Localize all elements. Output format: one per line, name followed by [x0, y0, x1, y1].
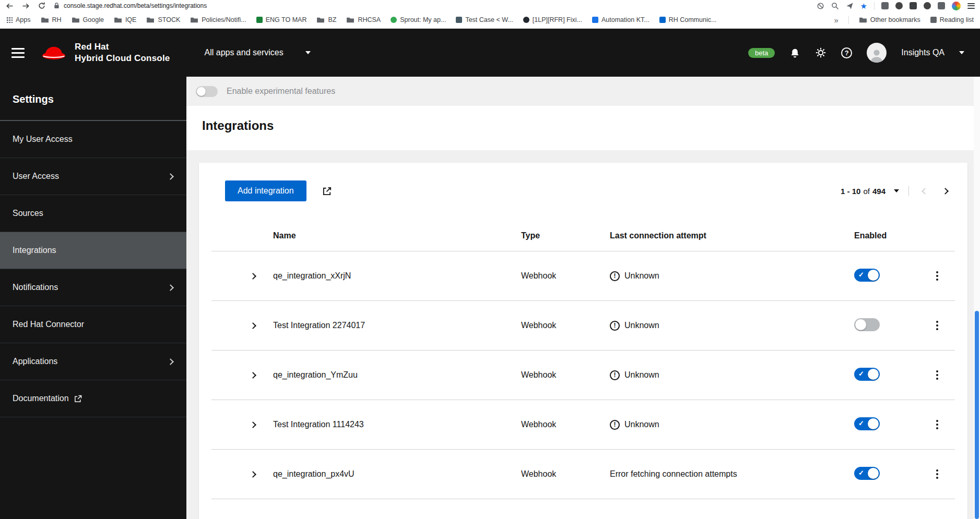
settings-gear-icon[interactable] — [815, 47, 826, 58]
extension-icon[interactable] — [910, 2, 917, 9]
search-icon[interactable] — [831, 2, 839, 10]
row-expand-button[interactable] — [247, 419, 258, 430]
row-kebab-menu-icon[interactable] — [930, 365, 944, 385]
row-expand-button[interactable] — [247, 271, 258, 282]
row-kebab-menu-icon[interactable] — [930, 266, 944, 286]
content-area: Settings My User Access User Access Sour… — [0, 77, 980, 519]
lock-icon[interactable] — [53, 2, 60, 9]
sidebar-item-label: Red Hat Connector — [13, 320, 84, 329]
table-header-row: Name Type Last connection attempt Enable… — [211, 220, 955, 251]
url-text[interactable]: console.stage.redhat.com/beta/settings/i… — [64, 2, 207, 9]
bookmark-item[interactable]: RHCSA — [346, 16, 381, 23]
extension-icon[interactable] — [938, 2, 945, 9]
enabled-toggle[interactable]: ✓ — [854, 467, 880, 480]
integration-type: Webhook — [517, 271, 606, 281]
browser-toolbar: console.stage.redhat.com/beta/settings/i… — [0, 0, 980, 11]
sidebar-item-my-user-access[interactable]: My User Access — [0, 121, 186, 158]
last-connection-text: Unknown — [624, 271, 659, 281]
help-icon[interactable]: ? — [841, 47, 852, 58]
bookmark-item[interactable]: BZ — [316, 16, 336, 23]
extension-icon[interactable] — [881, 2, 889, 9]
row-expand-button[interactable] — [247, 320, 258, 331]
row-expand-button[interactable] — [247, 370, 258, 381]
last-connection-cell: ! Unknown — [606, 271, 850, 281]
next-page-button[interactable] — [939, 187, 952, 196]
row-kebab-menu-icon[interactable] — [930, 316, 944, 335]
row-kebab-menu-icon[interactable] — [930, 415, 944, 434]
bookmark-item[interactable]: RH — [41, 16, 62, 23]
back-icon[interactable] — [5, 2, 14, 10]
bookmark-item-apps[interactable]: Apps — [6, 16, 31, 23]
bookmark-item[interactable]: Automation KT... — [592, 16, 650, 23]
sidebar-item-integrations[interactable]: Integrations — [0, 232, 186, 269]
brand[interactable]: Red Hat Hybrid Cloud Console — [40, 41, 170, 64]
bookmark-item[interactable]: IQE — [114, 16, 137, 23]
page-scrollbar[interactable] — [974, 77, 980, 519]
address-bar[interactable]: console.stage.redhat.com/beta/settings/i… — [53, 2, 207, 9]
add-integration-button[interactable]: Add integration — [225, 180, 306, 201]
bookmark-star-icon[interactable]: ★ — [860, 2, 867, 10]
user-avatar[interactable] — [867, 43, 887, 63]
enabled-toggle[interactable]: ✓ — [854, 318, 880, 331]
sidebar-item-notifications[interactable]: Notifications — [0, 269, 186, 306]
bookmark-item[interactable]: [1LP][RFR] Fixi... — [523, 16, 582, 23]
bookmark-item[interactable]: Test Case < W... — [456, 16, 513, 23]
bookmarks-overflow-chevron[interactable]: » — [834, 16, 838, 25]
scrollbar-thumb[interactable] — [975, 311, 979, 519]
table-row: Test Integration 2274017 Webhook ! Unkno… — [211, 301, 955, 351]
sidebar-item-sources[interactable]: Sources — [0, 195, 186, 232]
pagination-options-caret-icon[interactable] — [894, 189, 899, 192]
folder-icon — [114, 17, 122, 23]
toolbar-divider — [874, 2, 875, 10]
sidebar-item-label: Documentation — [13, 394, 69, 403]
actions-cell — [926, 365, 955, 385]
sidebar-item-applications[interactable]: Applications — [0, 343, 186, 380]
sidebar-item-red-hat-connector[interactable]: Red Hat Connector — [0, 306, 186, 343]
bookmark-item[interactable]: STOCK — [146, 16, 180, 23]
send-icon[interactable] — [846, 2, 854, 10]
notifications-bell-icon[interactable] — [789, 47, 800, 58]
last-connection-text: Unknown — [624, 370, 659, 380]
bookmark-item-reading-list[interactable]: Reading list — [930, 16, 974, 23]
extension-icon[interactable] — [895, 2, 903, 9]
bookmark-item[interactable]: RH Communic... — [659, 16, 717, 23]
enabled-toggle[interactable]: ✓ — [854, 417, 880, 430]
browser-profile-avatar[interactable] — [952, 2, 961, 10]
row-expand-button[interactable] — [247, 469, 258, 480]
integrations-card: Add integration 1 - 10 of 494 — [199, 163, 967, 519]
bookmark-item[interactable]: Google — [72, 16, 104, 23]
sidebar-item-documentation[interactable]: Documentation — [0, 380, 186, 417]
enabled-cell: ✓ — [850, 318, 926, 333]
browser-menu-icon[interactable] — [967, 2, 975, 10]
bookmark-item[interactable]: Sprout: My ap... — [391, 16, 446, 23]
reload-icon[interactable] — [38, 2, 46, 10]
forward-icon[interactable] — [21, 2, 30, 10]
experimental-features-toggle[interactable]: ✓ — [196, 86, 218, 97]
bookmark-item-other-bookmarks[interactable]: Other bookmarks — [859, 16, 920, 23]
enabled-toggle[interactable]: ✓ — [854, 269, 880, 282]
unknown-status-icon: ! — [610, 420, 620, 430]
table-row: qe_integration_px4vU Webhook ! Error fet… — [211, 450, 955, 499]
table-row: qe_integration_YmZuu Webhook ! Unknown ✓ — [211, 351, 955, 400]
integration-type: Webhook — [517, 469, 606, 479]
user-menu-caret-icon[interactable] — [959, 51, 964, 54]
row-kebab-menu-icon[interactable] — [930, 464, 944, 484]
export-button[interactable] — [322, 186, 332, 196]
app-selector-dropdown[interactable]: All apps and services — [205, 48, 311, 57]
main-panel: ✓ Enable experimental features Integrati… — [186, 77, 980, 519]
integration-name: qe_integration_YmZuu — [269, 370, 517, 380]
sidebar-item-label: Integrations — [13, 246, 56, 255]
bookmark-item[interactable]: ENG TO MAR — [256, 16, 307, 23]
nav-toggle-button[interactable] — [11, 45, 25, 61]
red-hat-logo — [40, 43, 67, 62]
blocked-content-icon[interactable] — [817, 2, 824, 10]
sidebar-item-user-access[interactable]: User Access — [0, 158, 186, 195]
enabled-toggle[interactable]: ✓ — [854, 368, 880, 381]
sidebar-item-label: Notifications — [13, 283, 58, 292]
expand-cell — [211, 469, 269, 480]
bookmark-label: IQE — [125, 16, 137, 23]
previous-page-button[interactable] — [918, 187, 931, 196]
bookmark-item[interactable]: Policies/Notifi... — [190, 16, 246, 23]
extension-icon[interactable] — [924, 2, 931, 9]
folder-icon — [346, 17, 355, 23]
